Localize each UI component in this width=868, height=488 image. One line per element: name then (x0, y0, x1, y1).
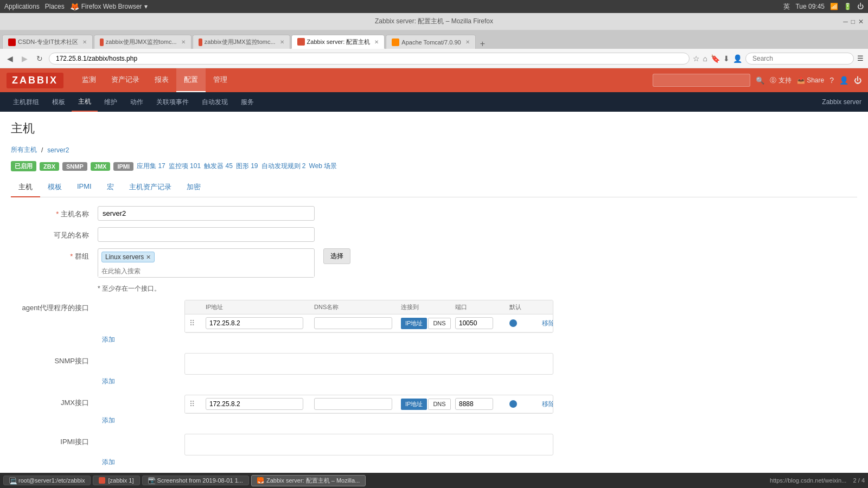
discovery-link[interactable]: 自动发现规则 2 (261, 162, 306, 171)
tab-zabbix2[interactable]: zabbix使用JMX监控tomc... ✕ (193, 35, 290, 49)
jmx-add-link[interactable]: 添加 (102, 416, 115, 425)
tab-csdn[interactable]: CSDN-专业IT技术社区 ✕ (2, 35, 93, 49)
subnav-right: Zabbix server (822, 98, 861, 106)
tab-close-tomcat[interactable]: ✕ (465, 39, 470, 45)
monitors-link[interactable]: 监控项 101 (169, 162, 201, 171)
tab-close-csdn[interactable]: ✕ (82, 39, 87, 45)
tab-macro[interactable]: 宏 (99, 178, 122, 197)
apps-link[interactable]: 应用集 17 (137, 162, 165, 171)
browser-title-bar: Zabbix server: 配置主机 – Mozilla Firefox ─ … (0, 13, 868, 30)
subnav-maintenance[interactable]: 维护 (98, 93, 124, 111)
new-tab-button[interactable]: + (477, 39, 488, 49)
subnav-host-groups[interactable]: 主机群组 (7, 93, 46, 111)
subnav-services[interactable]: 服务 (234, 93, 260, 111)
agent-default-radio[interactable] (509, 319, 517, 327)
agent-ip-input[interactable] (206, 317, 303, 329)
tab-close-zabbix-config[interactable]: ✕ (374, 39, 379, 45)
agent-dns-btn[interactable]: DNS (428, 318, 450, 329)
taskbar-zabbix-console[interactable]: [zabbix 1] (93, 476, 139, 485)
tab-close-zabbix2[interactable]: ✕ (280, 39, 284, 45)
user-icon[interactable]: 👤 (839, 76, 848, 85)
tab-templates[interactable]: 模板 (40, 178, 69, 197)
jmx-default-radio[interactable] (509, 400, 517, 408)
agent-add-link[interactable]: 添加 (102, 335, 115, 344)
agent-dns-input[interactable] (314, 317, 392, 329)
maximize-btn[interactable]: □ (851, 18, 855, 25)
subnav-hosts[interactable]: 主机 (72, 93, 98, 112)
taskbar-screenshot[interactable]: 📷 Screenshot from 2019-08-01 1... (142, 476, 249, 485)
web-link[interactable]: Web 场景 (309, 162, 337, 171)
breadcrumb-current-host[interactable]: server2 (47, 146, 69, 154)
places-menu[interactable]: Places (45, 3, 65, 10)
help-icon[interactable]: ? (829, 76, 834, 85)
graphs-link[interactable]: 图形 19 (236, 162, 258, 171)
share-link[interactable]: 📤 Share (797, 76, 824, 84)
home-icon[interactable]: ⌂ (703, 54, 707, 63)
zabbix-logo[interactable]: ZABBIX (7, 73, 63, 88)
nav-config[interactable]: 配置 (176, 68, 206, 92)
bookmark-icon[interactable]: 🔖 (711, 54, 720, 63)
subnav-actions[interactable]: 动作 (124, 93, 150, 111)
taskbar-firefox[interactable]: 🦊 Zabbix server: 配置主机 – Mozilla... (251, 475, 366, 486)
download-icon[interactable]: ⬇ (723, 54, 730, 63)
snmp-add-link[interactable]: 添加 (102, 377, 115, 386)
group-tag-remove[interactable]: ✕ (146, 254, 151, 261)
breadcrumb-all-hosts[interactable]: 所有主机 (11, 145, 37, 155)
zabbix-search-input[interactable] (653, 74, 750, 87)
agent-ip-btn[interactable]: IP地址 (401, 318, 427, 329)
taskbar-terminal[interactable]: 💻 root@server1:/etc/zabbix (3, 476, 91, 485)
jmx-ip-btn[interactable]: IP地址 (401, 399, 427, 410)
bookmark-star-icon[interactable]: ☆ (693, 54, 700, 63)
group-field[interactable]: Linux servers ✕ (98, 248, 315, 278)
nav-admin[interactable]: 管理 (206, 68, 235, 92)
close-btn[interactable]: ✕ (858, 18, 864, 25)
tab-inventory[interactable]: 主机资产记录 (122, 178, 179, 197)
reload-button[interactable]: ↻ (34, 53, 46, 64)
triggers-link[interactable]: 触发器 45 (204, 162, 233, 171)
hostname-input[interactable] (98, 206, 315, 221)
jmx-interface-row: JMX接口 ⠿ IP地址 DNS (11, 395, 401, 427)
visible-name-input[interactable] (98, 227, 315, 242)
back-button[interactable]: ◀ (4, 53, 16, 64)
drag-handle[interactable]: ⠿ (189, 319, 206, 328)
tab-ipmi[interactable]: IPMI (69, 178, 99, 197)
jmx-dns-btn[interactable]: DNS (428, 399, 450, 410)
window-controls[interactable]: ─ □ ✕ (843, 18, 864, 25)
power-icon[interactable]: ⏻ (854, 76, 861, 85)
browser-search-input[interactable] (745, 53, 854, 65)
profile-icon[interactable]: 👤 (733, 54, 742, 63)
applications-menu[interactable]: Applications (4, 3, 40, 10)
forward-button[interactable]: ▶ (19, 53, 30, 64)
subnav-templates[interactable]: 模板 (46, 93, 72, 111)
jmx-port-input[interactable] (455, 398, 493, 410)
subnav-correlation[interactable]: 关联项事件 (150, 93, 195, 111)
minimize-btn[interactable]: ─ (843, 18, 848, 25)
agent-port-input[interactable] (455, 317, 493, 329)
firefox-menu[interactable]: 🦊 Firefox Web Browser ▾ (70, 2, 148, 11)
tab-zabbix-config[interactable]: Zabbix server: 配置主机 ✕ (291, 35, 385, 49)
group-tag-linux[interactable]: Linux servers ✕ (101, 252, 155, 262)
subnav-discovery[interactable]: 自动发现 (195, 93, 234, 111)
tab-close-zabbix1[interactable]: ✕ (181, 39, 186, 45)
agent-remove-link[interactable]: 移除 (542, 319, 553, 328)
address-bar[interactable] (49, 53, 690, 65)
support-link[interactable]: ⓪ 支持 (770, 76, 791, 85)
group-search-input[interactable] (98, 265, 314, 277)
jmx-drag-handle[interactable]: ⠿ (189, 400, 206, 408)
tab-encryption[interactable]: 加密 (179, 178, 208, 197)
ipmi-add-link[interactable]: 添加 (102, 458, 115, 467)
nav-reports[interactable]: 报表 (147, 68, 176, 92)
jmx-remove-link[interactable]: 移除 (542, 400, 553, 409)
group-select-button[interactable]: 选择 (323, 248, 350, 264)
tab-host[interactable]: 主机 (11, 178, 40, 197)
jmx-interface-row-1: ⠿ IP地址 DNS 移除 (185, 395, 553, 413)
jmx-dns-input[interactable] (314, 398, 392, 410)
search-icon[interactable]: 🔍 (756, 76, 764, 85)
jmx-ip-input[interactable] (206, 398, 303, 410)
form-section: * 主机名称 可见的名称 * 群组 Linux serve (11, 206, 401, 488)
menu-icon[interactable]: ☰ (857, 54, 864, 62)
nav-monitor[interactable]: 监测 (74, 68, 104, 92)
tab-tomcat[interactable]: Apache Tomcat/7.0.90 ✕ (386, 35, 475, 49)
nav-assets[interactable]: 资产记录 (104, 68, 147, 92)
tab-zabbix1[interactable]: zabbix使用JMX监控tomc... ✕ (94, 35, 192, 49)
